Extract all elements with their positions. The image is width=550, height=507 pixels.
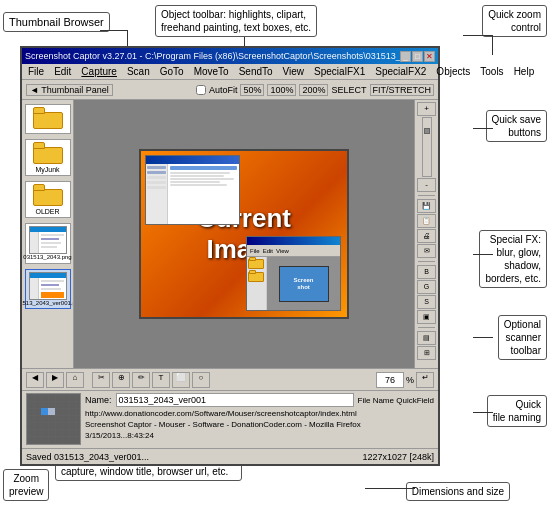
rt-fx-4[interactable]: ▣ (417, 310, 436, 324)
rt-sep-1 (418, 195, 435, 196)
rt-sep-2 (418, 261, 435, 262)
rt-save-1[interactable]: 💾 (417, 199, 436, 213)
annotation-scanner-toolbar: Optional scanner toolbar (498, 315, 547, 360)
rt-zoom-in[interactable]: + (417, 102, 436, 116)
arrow-zoom (463, 35, 493, 36)
rt-save-4[interactable]: ✉ (417, 244, 436, 258)
rt-scan-1[interactable]: ▤ (417, 331, 436, 345)
rt-scan-2[interactable]: ⊞ (417, 346, 436, 360)
menu-view[interactable]: View (281, 66, 307, 77)
rt-fx-2[interactable]: G (417, 280, 436, 294)
bt-tool1[interactable]: ✂ (92, 372, 110, 388)
menu-moveto[interactable]: MoveTo (192, 66, 231, 77)
app-name-row: Screenshot Captor - Mouser - Software - … (85, 420, 434, 429)
status-saved: Saved 031513_2043_ver001... (26, 452, 149, 462)
fit-stretch-btn[interactable]: FIT/STRETCH (370, 84, 435, 96)
thumb-screenshot-2[interactable]: 031513_2043_ver001.png (25, 269, 71, 310)
bt-prev[interactable]: ◀ (26, 372, 44, 388)
menu-specialfx2[interactable]: SpecialFX2 (373, 66, 428, 77)
rt-save-2[interactable]: 📋 (417, 214, 436, 228)
thumb-folder-older[interactable]: OLDER (25, 181, 71, 218)
annotation-quick-zoom: Quick zoom control (482, 5, 547, 37)
annotation-dimensions-size: Dimensions and size (406, 482, 510, 501)
bt-tool5[interactable]: ⬜ (172, 372, 190, 388)
bt-tool4[interactable]: T (152, 372, 170, 388)
autofill-checkbox[interactable] (196, 85, 206, 95)
thumbnail-panel-label: ◄ Thumbnail Panel (26, 84, 113, 96)
rt-zoom-slider[interactable] (422, 117, 432, 177)
arrow-zoom-v (492, 35, 493, 55)
bt-tool6[interactable]: ○ (192, 372, 210, 388)
annotation-special-fx: Special FX: blur, glow, shadow, borders,… (479, 230, 547, 288)
bt-zoom-apply[interactable]: ↵ (416, 372, 434, 388)
thumb-screenshot-1[interactable]: 031513_2043.png (25, 223, 71, 264)
menu-help[interactable]: Help (512, 66, 537, 77)
website-preview (145, 155, 240, 225)
quickfield-label: File Name QuickField (358, 396, 434, 405)
top-toolbar: ◄ Thumbnail Panel AutoFit 50% 100% 200% … (22, 80, 438, 100)
status-dimensions: 1227x1027 [248k] (362, 452, 434, 462)
menu-tools[interactable]: Tools (478, 66, 505, 77)
rt-sep-3 (418, 327, 435, 328)
autofill-label: AutoFit (209, 85, 238, 95)
zoom-100-btn[interactable]: 100% (267, 84, 296, 96)
current-image-box: Current Image FileEditView (139, 149, 349, 319)
bt-next[interactable]: ▶ (46, 372, 64, 388)
menu-goto[interactable]: GoTo (158, 66, 186, 77)
menu-file[interactable]: File (26, 66, 46, 77)
info-bar: Name: 031513_2043_ver001 File Name Quick… (22, 390, 438, 448)
name-label: Name: (85, 395, 112, 405)
thumbnail-panel: MyJunk OLDER (22, 100, 74, 368)
main-content-area: MyJunk OLDER (22, 100, 438, 368)
rt-save-3[interactable]: 🖨 (417, 229, 436, 243)
menu-edit[interactable]: Edit (52, 66, 73, 77)
minimize-button[interactable]: _ (400, 51, 411, 62)
menu-sendto[interactable]: SendTo (237, 66, 275, 77)
file-info: Name: 031513_2043_ver001 File Name Quick… (85, 393, 434, 446)
bottom-nav-toolbar: ◀ ▶ ⌂ ✂ ⊕ ✏ T ⬜ ○ % ↵ (22, 368, 438, 390)
rt-zoom-out[interactable]: - (417, 178, 436, 192)
rt-fx-1[interactable]: B (417, 265, 436, 279)
annotation-zoom-preview: Zoom preview (3, 469, 49, 501)
window-controls: _ □ ✕ (400, 51, 435, 62)
zoom-input[interactable] (376, 372, 404, 388)
thumb-folder-1[interactable] (25, 104, 71, 134)
arrow-dims (365, 488, 415, 489)
zoom-200-btn[interactable]: 200% (299, 84, 328, 96)
right-toolbar: + - 💾 📋 🖨 ✉ B G S ▣ ▤ ⊞ (414, 100, 438, 368)
zoom-preview (26, 393, 81, 445)
image-display-area[interactable]: Current Image FileEditView (74, 100, 414, 368)
zoom-percent: % (406, 375, 414, 385)
arrow-naming (473, 412, 493, 413)
thumb-label-ss2: 031513_2043_ver001.png (22, 300, 74, 307)
annotation-object-toolbar: Object toolbar: highlights, clipart, fre… (155, 5, 317, 37)
bt-home[interactable]: ⌂ (66, 372, 84, 388)
thumb-folder-myjunk[interactable]: MyJunk (25, 139, 71, 176)
menu-capture[interactable]: Capture (79, 66, 119, 77)
menu-scan[interactable]: Scan (125, 66, 152, 77)
folder-icon-1 (33, 107, 63, 129)
name-row: Name: 031513_2043_ver001 File Name Quick… (85, 393, 434, 407)
maximize-button[interactable]: □ (412, 51, 423, 62)
close-button[interactable]: ✕ (424, 51, 435, 62)
rt-fx-3[interactable]: S (417, 295, 436, 309)
menu-bar: File Edit Capture Scan GoTo MoveTo SendT… (22, 64, 438, 80)
folder-icon-older (33, 184, 63, 206)
thumb-preview-2 (29, 272, 67, 300)
zoom-50-btn[interactable]: 50% (240, 84, 264, 96)
menu-specialfx1[interactable]: SpecialFX1 (312, 66, 367, 77)
folder-icon-myjunk (33, 142, 63, 164)
name-field[interactable]: 031513_2043_ver001 (116, 393, 354, 407)
menu-objects[interactable]: Objects (434, 66, 472, 77)
inner-screenshot-preview: FileEditView (246, 236, 341, 311)
annotation-thumbnail-browser: Thumbnail Browser (3, 12, 110, 32)
arrow-scanner (473, 337, 493, 338)
application-window: Screenshot Captor v3.27.01 - C:\Program … (20, 46, 440, 466)
thumb-label-ss1: 031513_2043.png (23, 254, 71, 261)
page-root: Thumbnail Browser Object toolbar: highli… (0, 0, 550, 507)
thumb-preview-1 (29, 226, 67, 254)
status-bar: Saved 031513_2043_ver001... 1227x1027 [2… (22, 448, 438, 464)
thumb-label-myjunk: MyJunk (35, 166, 59, 173)
bt-tool3[interactable]: ✏ (132, 372, 150, 388)
bt-tool2[interactable]: ⊕ (112, 372, 130, 388)
